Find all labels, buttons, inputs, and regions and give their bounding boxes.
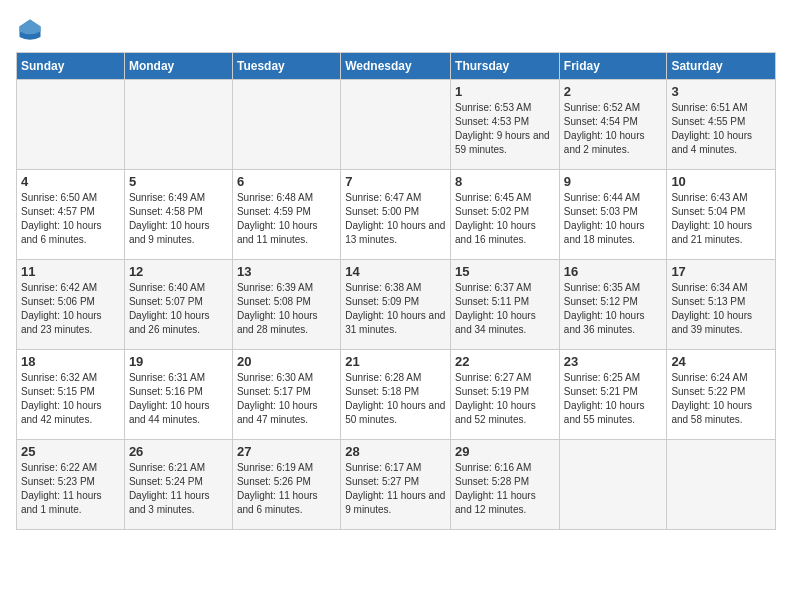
day-number: 23 [564, 354, 663, 369]
day-info: Sunrise: 6:31 AM Sunset: 5:16 PM Dayligh… [129, 371, 228, 427]
calendar-week-2: 4Sunrise: 6:50 AM Sunset: 4:57 PM Daylig… [17, 170, 776, 260]
calendar-cell [232, 80, 340, 170]
day-info: Sunrise: 6:25 AM Sunset: 5:21 PM Dayligh… [564, 371, 663, 427]
calendar-cell: 7Sunrise: 6:47 AM Sunset: 5:00 PM Daylig… [341, 170, 451, 260]
day-number: 11 [21, 264, 120, 279]
day-number: 29 [455, 444, 555, 459]
calendar-cell [124, 80, 232, 170]
day-info: Sunrise: 6:48 AM Sunset: 4:59 PM Dayligh… [237, 191, 336, 247]
calendar-cell: 2Sunrise: 6:52 AM Sunset: 4:54 PM Daylig… [559, 80, 667, 170]
day-info: Sunrise: 6:43 AM Sunset: 5:04 PM Dayligh… [671, 191, 771, 247]
day-info: Sunrise: 6:39 AM Sunset: 5:08 PM Dayligh… [237, 281, 336, 337]
day-info: Sunrise: 6:37 AM Sunset: 5:11 PM Dayligh… [455, 281, 555, 337]
calendar-cell: 26Sunrise: 6:21 AM Sunset: 5:24 PM Dayli… [124, 440, 232, 530]
calendar-cell [17, 80, 125, 170]
calendar-table: SundayMondayTuesdayWednesdayThursdayFrid… [16, 52, 776, 530]
calendar-cell: 27Sunrise: 6:19 AM Sunset: 5:26 PM Dayli… [232, 440, 340, 530]
calendar-cell [559, 440, 667, 530]
day-info: Sunrise: 6:28 AM Sunset: 5:18 PM Dayligh… [345, 371, 446, 427]
day-number: 20 [237, 354, 336, 369]
day-number: 9 [564, 174, 663, 189]
day-info: Sunrise: 6:42 AM Sunset: 5:06 PM Dayligh… [21, 281, 120, 337]
day-number: 4 [21, 174, 120, 189]
day-info: Sunrise: 6:49 AM Sunset: 4:58 PM Dayligh… [129, 191, 228, 247]
calendar-cell: 11Sunrise: 6:42 AM Sunset: 5:06 PM Dayli… [17, 260, 125, 350]
calendar-cell: 20Sunrise: 6:30 AM Sunset: 5:17 PM Dayli… [232, 350, 340, 440]
header-row: SundayMondayTuesdayWednesdayThursdayFrid… [17, 53, 776, 80]
day-number: 3 [671, 84, 771, 99]
day-number: 28 [345, 444, 446, 459]
calendar-cell: 16Sunrise: 6:35 AM Sunset: 5:12 PM Dayli… [559, 260, 667, 350]
day-number: 14 [345, 264, 446, 279]
calendar-week-5: 25Sunrise: 6:22 AM Sunset: 5:23 PM Dayli… [17, 440, 776, 530]
calendar-cell: 15Sunrise: 6:37 AM Sunset: 5:11 PM Dayli… [451, 260, 560, 350]
day-info: Sunrise: 6:19 AM Sunset: 5:26 PM Dayligh… [237, 461, 336, 517]
calendar-cell: 6Sunrise: 6:48 AM Sunset: 4:59 PM Daylig… [232, 170, 340, 260]
day-number: 15 [455, 264, 555, 279]
calendar-week-3: 11Sunrise: 6:42 AM Sunset: 5:06 PM Dayli… [17, 260, 776, 350]
day-info: Sunrise: 6:51 AM Sunset: 4:55 PM Dayligh… [671, 101, 771, 157]
day-number: 22 [455, 354, 555, 369]
header-cell-monday: Monday [124, 53, 232, 80]
calendar-cell: 3Sunrise: 6:51 AM Sunset: 4:55 PM Daylig… [667, 80, 776, 170]
calendar-cell: 29Sunrise: 6:16 AM Sunset: 5:28 PM Dayli… [451, 440, 560, 530]
day-number: 6 [237, 174, 336, 189]
calendar-cell: 19Sunrise: 6:31 AM Sunset: 5:16 PM Dayli… [124, 350, 232, 440]
calendar-cell: 12Sunrise: 6:40 AM Sunset: 5:07 PM Dayli… [124, 260, 232, 350]
calendar-cell: 23Sunrise: 6:25 AM Sunset: 5:21 PM Dayli… [559, 350, 667, 440]
header [16, 16, 776, 44]
calendar-week-4: 18Sunrise: 6:32 AM Sunset: 5:15 PM Dayli… [17, 350, 776, 440]
day-number: 26 [129, 444, 228, 459]
day-info: Sunrise: 6:53 AM Sunset: 4:53 PM Dayligh… [455, 101, 555, 157]
calendar-cell: 10Sunrise: 6:43 AM Sunset: 5:04 PM Dayli… [667, 170, 776, 260]
day-info: Sunrise: 6:27 AM Sunset: 5:19 PM Dayligh… [455, 371, 555, 427]
day-info: Sunrise: 6:24 AM Sunset: 5:22 PM Dayligh… [671, 371, 771, 427]
day-info: Sunrise: 6:17 AM Sunset: 5:27 PM Dayligh… [345, 461, 446, 517]
calendar-cell: 9Sunrise: 6:44 AM Sunset: 5:03 PM Daylig… [559, 170, 667, 260]
day-number: 17 [671, 264, 771, 279]
calendar-cell: 24Sunrise: 6:24 AM Sunset: 5:22 PM Dayli… [667, 350, 776, 440]
calendar-cell: 17Sunrise: 6:34 AM Sunset: 5:13 PM Dayli… [667, 260, 776, 350]
day-info: Sunrise: 6:34 AM Sunset: 5:13 PM Dayligh… [671, 281, 771, 337]
day-info: Sunrise: 6:40 AM Sunset: 5:07 PM Dayligh… [129, 281, 228, 337]
day-number: 7 [345, 174, 446, 189]
header-cell-wednesday: Wednesday [341, 53, 451, 80]
calendar-cell: 5Sunrise: 6:49 AM Sunset: 4:58 PM Daylig… [124, 170, 232, 260]
calendar-cell: 1Sunrise: 6:53 AM Sunset: 4:53 PM Daylig… [451, 80, 560, 170]
calendar-cell [341, 80, 451, 170]
header-cell-sunday: Sunday [17, 53, 125, 80]
day-number: 21 [345, 354, 446, 369]
calendar-cell: 28Sunrise: 6:17 AM Sunset: 5:27 PM Dayli… [341, 440, 451, 530]
header-cell-tuesday: Tuesday [232, 53, 340, 80]
calendar-cell: 21Sunrise: 6:28 AM Sunset: 5:18 PM Dayli… [341, 350, 451, 440]
day-number: 2 [564, 84, 663, 99]
day-info: Sunrise: 6:16 AM Sunset: 5:28 PM Dayligh… [455, 461, 555, 517]
day-number: 10 [671, 174, 771, 189]
day-number: 18 [21, 354, 120, 369]
header-cell-thursday: Thursday [451, 53, 560, 80]
calendar-cell [667, 440, 776, 530]
day-number: 5 [129, 174, 228, 189]
calendar-cell: 4Sunrise: 6:50 AM Sunset: 4:57 PM Daylig… [17, 170, 125, 260]
calendar-cell: 14Sunrise: 6:38 AM Sunset: 5:09 PM Dayli… [341, 260, 451, 350]
day-info: Sunrise: 6:22 AM Sunset: 5:23 PM Dayligh… [21, 461, 120, 517]
logo [16, 16, 48, 44]
day-number: 27 [237, 444, 336, 459]
calendar-cell: 13Sunrise: 6:39 AM Sunset: 5:08 PM Dayli… [232, 260, 340, 350]
day-info: Sunrise: 6:47 AM Sunset: 5:00 PM Dayligh… [345, 191, 446, 247]
header-cell-friday: Friday [559, 53, 667, 80]
day-info: Sunrise: 6:38 AM Sunset: 5:09 PM Dayligh… [345, 281, 446, 337]
day-number: 19 [129, 354, 228, 369]
day-number: 1 [455, 84, 555, 99]
calendar-cell: 18Sunrise: 6:32 AM Sunset: 5:15 PM Dayli… [17, 350, 125, 440]
day-number: 16 [564, 264, 663, 279]
header-cell-saturday: Saturday [667, 53, 776, 80]
logo-icon [16, 16, 44, 44]
day-info: Sunrise: 6:52 AM Sunset: 4:54 PM Dayligh… [564, 101, 663, 157]
day-number: 13 [237, 264, 336, 279]
day-info: Sunrise: 6:30 AM Sunset: 5:17 PM Dayligh… [237, 371, 336, 427]
day-info: Sunrise: 6:44 AM Sunset: 5:03 PM Dayligh… [564, 191, 663, 247]
day-info: Sunrise: 6:21 AM Sunset: 5:24 PM Dayligh… [129, 461, 228, 517]
calendar-week-1: 1Sunrise: 6:53 AM Sunset: 4:53 PM Daylig… [17, 80, 776, 170]
day-number: 25 [21, 444, 120, 459]
